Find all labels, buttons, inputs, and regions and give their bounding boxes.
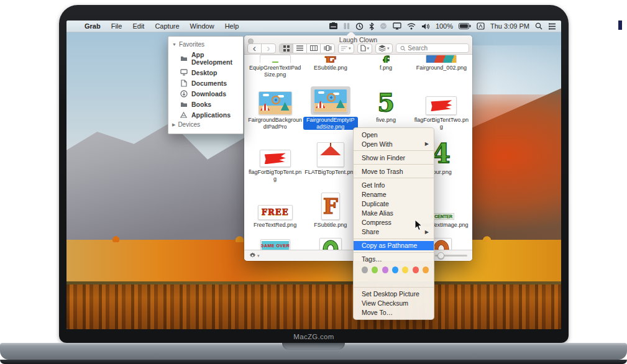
notification-center-icon[interactable] bbox=[548, 23, 556, 30]
menu-item-rename[interactable]: Rename bbox=[354, 189, 434, 199]
menu-edit[interactable]: Edit bbox=[132, 22, 144, 30]
wallpaper-lake bbox=[66, 284, 561, 329]
tag-yellow[interactable] bbox=[402, 266, 408, 273]
sidebar-item-books[interactable]: Books bbox=[172, 99, 239, 109]
tag-red[interactable] bbox=[413, 266, 419, 273]
volume-icon[interactable] bbox=[421, 23, 430, 30]
action-gear-button[interactable]: ▾ bbox=[249, 252, 260, 259]
tags-button[interactable]: ▾ bbox=[375, 43, 393, 53]
menu-item-make-alias[interactable]: Make Alias bbox=[354, 208, 434, 217]
back-button[interactable]: ‹ bbox=[248, 44, 262, 53]
file-item[interactable]: F FSubtitle.png bbox=[303, 190, 357, 229]
scene: Grab File Edit Capture Window Help bbox=[0, 0, 627, 364]
menu-item-get-info[interactable]: Get Info bbox=[354, 180, 434, 189]
tag-purple[interactable] bbox=[382, 266, 388, 273]
file-item[interactable]: FREE FreeTextRed.png bbox=[248, 190, 302, 229]
sidebar-item-app-development[interactable]: App Development bbox=[172, 49, 239, 67]
icon-size-slider[interactable] bbox=[435, 255, 467, 257]
menu-help[interactable]: Help bbox=[225, 22, 239, 30]
file-item[interactable]: f f.png bbox=[359, 55, 413, 78]
slider-knob[interactable] bbox=[437, 252, 444, 259]
laptop-lid-notch bbox=[282, 343, 345, 350]
file-item[interactable]: flagForBigTopTent.png bbox=[248, 137, 302, 182]
input-source-icon[interactable] bbox=[477, 22, 485, 30]
menu-item-copy-as-pathname[interactable]: Copy as Pathname bbox=[354, 241, 434, 250]
menu-item-open-with[interactable]: Open With▶ bbox=[354, 139, 434, 148]
menu-bar-clock[interactable]: Thu 3:09 PM bbox=[490, 22, 529, 30]
window-titlebar[interactable]: Laugh Clown ‹ › ▾ ▾ bbox=[244, 35, 472, 55]
file-thumbnail bbox=[259, 91, 292, 115]
file-thumbnail: F bbox=[321, 193, 340, 220]
spotlight-search-icon[interactable] bbox=[535, 22, 542, 30]
menu-item-tags[interactable]: Tags… bbox=[354, 255, 434, 264]
file-item[interactable]: FLATBigTopTent.png bbox=[303, 137, 357, 182]
file-item[interactable]: Fairground_002.png bbox=[414, 55, 469, 78]
sidebar-item-documents[interactable]: Documents bbox=[172, 78, 239, 88]
laptop-bezel: Grab File Edit Capture Window Help bbox=[59, 5, 569, 343]
ram-bars-icon[interactable] bbox=[344, 22, 350, 30]
menu-item-open[interactable]: Open bbox=[354, 130, 434, 139]
battery-icon[interactable] bbox=[459, 23, 471, 29]
airplay-display-icon[interactable] bbox=[393, 22, 401, 30]
menu-item-duplicate[interactable]: Duplicate bbox=[354, 199, 434, 208]
wifi-icon[interactable] bbox=[407, 23, 416, 30]
menu-app-name[interactable]: Grab bbox=[85, 22, 101, 30]
coverflow-view-button[interactable] bbox=[321, 44, 334, 53]
menu-window[interactable]: Window bbox=[190, 22, 214, 30]
icon-view-button[interactable] bbox=[280, 44, 293, 53]
sidebar-item-applications[interactable]: Applications bbox=[172, 109, 239, 120]
arrange-button[interactable]: ▾ bbox=[338, 43, 354, 53]
sidebar-item-label: Downloads bbox=[191, 90, 226, 98]
tag-gray[interactable] bbox=[362, 266, 368, 273]
menu-item-move-to[interactable]: Move To… bbox=[354, 308, 434, 317]
file-thumbnail bbox=[426, 96, 457, 115]
list-view-button[interactable] bbox=[293, 44, 307, 53]
menu-item-show-in-finder[interactable]: Show in Finder bbox=[354, 153, 434, 162]
drive-menu-extra-icon[interactable] bbox=[329, 22, 338, 30]
menu-separator bbox=[354, 164, 434, 165]
tag-green[interactable] bbox=[372, 266, 378, 273]
gear-icon bbox=[249, 252, 256, 259]
column-view-button[interactable] bbox=[307, 44, 321, 53]
file-item[interactable] bbox=[303, 235, 357, 250]
menu-item-view-checksum[interactable]: View Checksum bbox=[354, 299, 434, 308]
menu-item-set-desktop-picture[interactable]: Set Desktop Picture bbox=[354, 289, 434, 299]
tag-blue[interactable] bbox=[392, 266, 398, 273]
search-field[interactable] bbox=[396, 43, 469, 53]
file-item[interactable]: FairgroundBackgroundIPadPro bbox=[248, 85, 302, 130]
file-item[interactable]: GAME OVER bbox=[248, 235, 302, 250]
file-item[interactable]: 5 five.png bbox=[359, 85, 413, 130]
chevron-down-icon: ▾ bbox=[257, 253, 260, 258]
file-name: FreeTextRed.png bbox=[254, 222, 296, 229]
tag-orange[interactable] bbox=[423, 266, 429, 273]
file-name: flagForBigTopTent.png bbox=[248, 169, 302, 182]
watermark-text: MacZG.com bbox=[59, 333, 569, 340]
menu-file[interactable]: File bbox=[111, 22, 122, 30]
time-machine-icon[interactable] bbox=[355, 22, 364, 30]
menu-item-move-to-trash[interactable]: Move to Trash bbox=[354, 166, 434, 176]
file-item[interactable]: EquipGreenTextIPadSize.png bbox=[248, 55, 302, 78]
menu-capture[interactable]: Capture bbox=[155, 22, 179, 30]
favorites-section-header[interactable]: ▼ Favorites bbox=[172, 40, 239, 49]
laptop-screen: Grab File Edit Capture Window Help bbox=[66, 20, 561, 329]
search-input[interactable] bbox=[408, 45, 465, 52]
action-button[interactable]: ▾ bbox=[357, 43, 373, 53]
file-thumbnail: FREE bbox=[258, 205, 293, 220]
mouse-cursor bbox=[414, 219, 423, 234]
devices-section-header[interactable]: ▶ Devices bbox=[172, 120, 239, 129]
file-item[interactable]: flagForBigTentTwo.png bbox=[414, 85, 469, 130]
battery-percent: 100% bbox=[436, 22, 453, 30]
sidebar-item-desktop[interactable]: Desktop bbox=[172, 67, 239, 78]
file-thumbnail: 4 bbox=[432, 141, 451, 167]
siri-icon[interactable] bbox=[380, 22, 387, 30]
file-item-selected[interactable]: FairgroundEmptyIPadSize.png bbox=[303, 85, 357, 130]
forward-button[interactable]: › bbox=[262, 44, 275, 53]
laptop-base bbox=[0, 343, 627, 360]
search-icon bbox=[400, 45, 406, 52]
nav-buttons: ‹ › bbox=[247, 43, 276, 53]
file-item[interactable]: E ESubtitle.png bbox=[303, 55, 357, 78]
folder-icon bbox=[180, 55, 188, 62]
sidebar-item-downloads[interactable]: Downloads bbox=[172, 88, 239, 99]
sidebar-item-label: Documents bbox=[191, 80, 227, 87]
bluetooth-icon[interactable] bbox=[369, 22, 374, 30]
